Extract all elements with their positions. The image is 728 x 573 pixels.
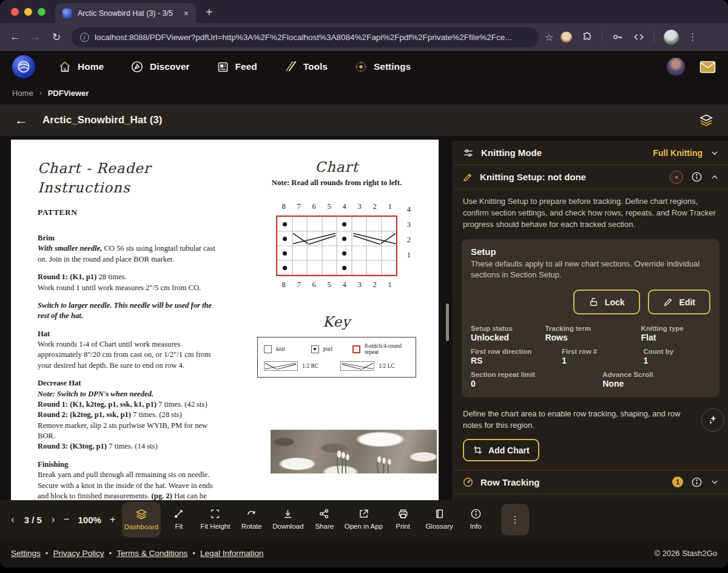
chart-row-number: 4: [407, 205, 411, 214]
chart-col-number: 4: [342, 280, 346, 290]
knitting-setup-label: Knitting Setup: not done: [480, 172, 586, 182]
info-icon[interactable]: [691, 171, 703, 183]
chart-col-number: 1: [388, 202, 391, 211]
divider: [654, 32, 655, 42]
traffic-lights: [0, 8, 55, 23]
toolbar-fit-height-button[interactable]: Fit Height: [197, 502, 234, 537]
chevron-down-icon[interactable]: [710, 149, 719, 157]
footer-link-legal[interactable]: Legal Information: [200, 549, 263, 558]
row-tracking-badge: 1: [672, 476, 683, 487]
toolbar-label: Glossary: [425, 523, 453, 531]
nav-label: Tools: [303, 61, 328, 72]
knitting-mode-value[interactable]: Full Knitting: [653, 148, 703, 158]
add-chart-button[interactable]: Add Chart: [463, 439, 539, 461]
close-window-button[interactable]: [11, 8, 19, 16]
extensions-puzzle-icon[interactable]: [581, 32, 593, 43]
toolbar-more-button[interactable]: ⋮: [501, 504, 529, 535]
mail-icon[interactable]: [699, 61, 716, 73]
tab-close-icon[interactable]: ×: [184, 9, 189, 18]
back-arrow-button[interactable]: ←: [15, 114, 28, 127]
chart-cell: [292, 246, 308, 260]
viewer-scrollbar[interactable]: [445, 141, 450, 500]
nav-item-feed[interactable]: Feed: [217, 61, 257, 73]
url-text: localhost:8088/PDFViewer?pdfUrl=http%3A%…: [95, 33, 511, 42]
toolbar-open-in-app-button[interactable]: Open in App: [343, 502, 385, 537]
layers-icon[interactable]: [699, 113, 713, 127]
chart-col-numbers-top: 87654321: [276, 202, 397, 211]
toolbar-fit-button[interactable]: Fit: [161, 502, 197, 537]
purl-dot: [342, 237, 346, 241]
browser-reload-icon[interactable]: ↻: [47, 31, 66, 44]
nav-item-tools[interactable]: Tools: [284, 60, 328, 73]
browser-menu-icon[interactable]: ⋮: [688, 32, 697, 42]
nav-label: Settings: [374, 61, 411, 72]
toolbar-download-button[interactable]: Download: [270, 502, 306, 537]
footer-separator: •: [46, 549, 49, 558]
pencil-icon: [462, 172, 473, 183]
print-icon: [397, 508, 409, 520]
chevron-up-icon[interactable]: [710, 173, 719, 181]
info-icon[interactable]: [691, 476, 703, 488]
row-tracking-header[interactable]: Row Tracking 1: [453, 470, 728, 494]
extension-avatar-icon[interactable]: [561, 32, 572, 43]
lock-button[interactable]: Lock: [573, 290, 640, 314]
nav-item-settings[interactable]: Settings: [354, 60, 411, 73]
user-avatar[interactable]: [667, 58, 685, 76]
lock-button-label: Lock: [605, 297, 625, 307]
prev-page-icon[interactable]: ‹: [11, 514, 15, 526]
site-info-icon[interactable]: i: [80, 33, 89, 42]
toolbar-rotate-button[interactable]: Rotate: [234, 502, 270, 537]
zoom-window-button[interactable]: [38, 8, 46, 16]
crop-icon: [473, 445, 483, 455]
setup-card-title: Setup: [471, 246, 710, 257]
toolbar-info-button[interactable]: Info: [457, 502, 494, 537]
sparkle-button[interactable]: [701, 409, 724, 432]
app-logo[interactable]: [12, 55, 35, 78]
knitting-mode-header[interactable]: Knitting Mode Full Knitting: [453, 141, 728, 165]
chart-cell: [307, 246, 322, 260]
pdf-page[interactable]: Chart - Reader Instructions PATTERN Brim…: [11, 140, 439, 500]
key-purl-symbol: [311, 345, 319, 353]
browser-forward-icon[interactable]: →: [27, 31, 45, 43]
url-bar[interactable]: i localhost:8088/PDFViewer?pdfUrl=http%3…: [72, 27, 539, 47]
toolbar-label: Download: [272, 523, 303, 531]
key-lc-label: 1/2 LC: [379, 363, 395, 369]
new-tab-button[interactable]: +: [206, 5, 213, 19]
session-timer-header[interactable]: Session Timer: [453, 494, 728, 500]
scrollbar-thumb[interactable]: [446, 303, 449, 341]
minimize-window-button[interactable]: [24, 8, 32, 16]
bookmark-star-icon[interactable]: ☆: [545, 32, 553, 43]
sliders-icon: [462, 147, 474, 159]
edit-button[interactable]: Edit: [648, 290, 710, 314]
knitting-setup-header[interactable]: Knitting Setup: not done ×: [453, 165, 728, 189]
toolbar-glossary-button[interactable]: Glossary: [421, 502, 457, 537]
browser-back-icon[interactable]: ←: [6, 31, 24, 43]
pdf-chart-note: Note: Read all rounds from right to left…: [237, 178, 437, 188]
chart-col-number: 8: [281, 202, 285, 211]
breadcrumb-home[interactable]: Home: [12, 89, 33, 98]
browser-window: Arctic Snowbird Hat (3) - 3/5 × + ← → ↻ …: [0, 0, 728, 568]
zoom-out-icon[interactable]: −: [64, 514, 70, 526]
nav-item-home[interactable]: Home: [58, 60, 104, 73]
chart-col-number: 5: [327, 202, 331, 211]
knitting-mode-label: Knitting Mode: [481, 147, 542, 158]
footer-separator: •: [192, 549, 195, 558]
browser-profile-avatar[interactable]: [664, 30, 679, 45]
next-page-icon[interactable]: ›: [52, 514, 55, 526]
zoom-in-icon[interactable]: +: [110, 514, 116, 526]
browser-tab[interactable]: Arctic Snowbird Hat (3) - 3/5 ×: [55, 3, 196, 23]
password-key-icon[interactable]: [612, 31, 624, 43]
toolbar-print-button[interactable]: Print: [385, 502, 421, 537]
footer-link-terms[interactable]: Terms & Conditions: [116, 549, 187, 558]
toolbar-share-button[interactable]: Share: [306, 502, 343, 537]
pdf-round1: Round 1: (K1, p1) 28 times.: [38, 272, 221, 282]
pdf-right-column: Chart Note: Read all rounds from right t…: [237, 159, 437, 500]
chart-col-numbers-bottom: 87654321: [276, 280, 397, 290]
devtools-code-icon[interactable]: [633, 31, 645, 43]
chart-cell: [322, 217, 337, 231]
footer-link-settings[interactable]: Settings: [11, 549, 41, 558]
chevron-down-icon[interactable]: [710, 478, 719, 486]
toolbar-dashboard-button[interactable]: Dashboard: [122, 502, 161, 537]
nav-item-discover[interactable]: Discover: [130, 60, 189, 73]
footer-link-privacy[interactable]: Privacy Policy: [53, 549, 104, 558]
